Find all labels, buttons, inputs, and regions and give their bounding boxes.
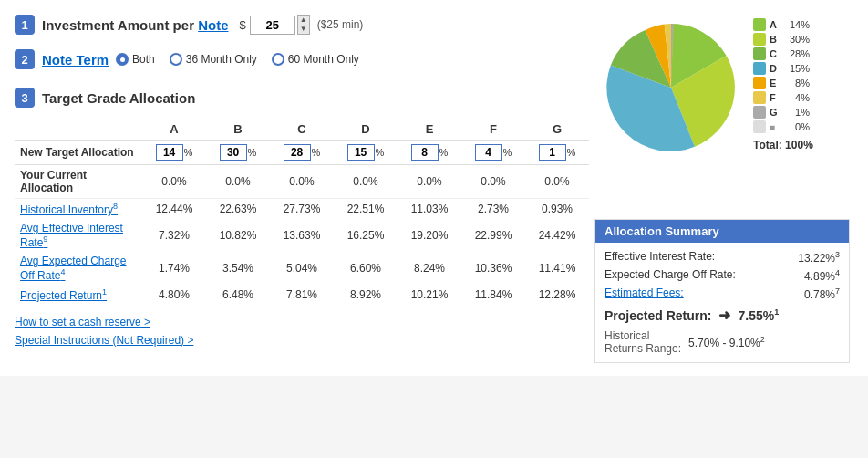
charge-off-rate-row: Expected Charge Off Rate: 4.89%4 <box>604 268 840 283</box>
pie-section: A 14% B 30% C 28% D 15% <box>598 15 853 161</box>
hist-F: 2.73% <box>461 199 525 220</box>
hist-C: 27.73% <box>270 199 334 220</box>
avg-interest-row: Avg Effective Interest Rate9 7.32% 10.82… <box>15 219 589 252</box>
effective-rate-row: Effective Interest Rate: 13.22%3 <box>604 250 840 265</box>
dollar-sign: $ <box>239 18 245 32</box>
legend-pct-G: 1% <box>784 107 810 118</box>
hist-B: 22.63% <box>206 199 270 220</box>
table-header-empty <box>15 119 142 141</box>
avg-int-D: 16.25% <box>334 219 398 252</box>
legend-pct-C: 28% <box>784 48 810 59</box>
legend-G: G 1% <box>753 106 813 119</box>
co-G: 11.41% <box>525 252 589 285</box>
grade-input-D[interactable] <box>347 144 375 161</box>
legend-color-F <box>753 91 766 104</box>
fees-row: Estimated Fees: 0.78%7 <box>604 286 840 301</box>
avg-interest-link[interactable]: Avg Effective Interest Rate9 <box>20 222 123 249</box>
legend-pct-E: 8% <box>784 78 810 88</box>
grade-input-A[interactable] <box>156 144 183 161</box>
legend-pct-D: 15% <box>784 63 810 74</box>
legend-pct-A: 14% <box>784 19 810 30</box>
current-G: 0.0% <box>525 165 589 199</box>
avg-int-E: 19.20% <box>398 219 461 252</box>
pct-E: % <box>439 147 449 158</box>
grade-input-G[interactable] <box>539 144 566 161</box>
radio-36month[interactable]: 36 Month Only <box>170 53 257 66</box>
term-radio-group: Both 36 Month Only 60 Month Only <box>116 53 359 66</box>
returns-range-val: 5.70% - 9.10%2 <box>688 335 765 349</box>
pct-D: % <box>376 147 385 158</box>
amount-spinner[interactable]: ▲ ▼ <box>297 15 310 35</box>
pr-D: 8.92% <box>334 285 398 305</box>
grade-input-C[interactable] <box>284 144 311 161</box>
pr-A: 4.80% <box>142 285 206 305</box>
pie-chart <box>598 15 744 161</box>
grade-header-A: A <box>142 119 206 141</box>
new-target-B: % <box>206 141 270 165</box>
pr-G: 12.28% <box>525 285 589 305</box>
note-link[interactable]: Note <box>198 17 228 33</box>
cash-reserve-link[interactable]: How to set a cash reserve > <box>15 316 589 328</box>
radio-36month-indicator <box>170 53 182 66</box>
radio-36month-label: 36 Month Only <box>186 53 257 66</box>
hist-E: 11.03% <box>398 199 461 220</box>
returns-range-label: HistoricalReturns Range: <box>604 329 681 355</box>
radio-60month[interactable]: 60 Month Only <box>272 53 359 66</box>
pr-E: 10.21% <box>398 285 461 305</box>
avg-int-C: 13.63% <box>270 219 334 252</box>
legend-pct-F: 4% <box>784 92 810 103</box>
charge-off-row: Avg Expected Charge Off Rate4 1.74% 3.54… <box>15 252 589 285</box>
section3-title: Target Grade Allocation <box>42 90 195 106</box>
legend-grade-B: B <box>770 34 780 45</box>
charge-off-link[interactable]: Avg Expected Charge Off Rate4 <box>20 255 127 282</box>
amount-input[interactable] <box>250 16 295 35</box>
hist-D: 22.51% <box>334 199 398 220</box>
grade-input-B[interactable] <box>220 144 247 161</box>
historical-link[interactable]: Historical Inventory8 <box>20 203 118 216</box>
co-C: 5.04% <box>270 252 334 285</box>
pct-B: % <box>248 147 257 158</box>
new-target-row: New Target Allocation % % <box>15 141 589 165</box>
pr-C: 7.81% <box>270 285 334 305</box>
legend-grade-H: ■ <box>770 122 780 132</box>
section2-num: 2 <box>15 49 35 69</box>
grade-header-D: D <box>334 119 398 141</box>
current-A: 0.0% <box>142 165 206 199</box>
current-D: 0.0% <box>334 165 398 199</box>
section3-num: 3 <box>15 88 35 108</box>
pr-B: 6.48% <box>206 285 270 305</box>
special-instructions-link[interactable]: Special Instructions (Not Required) > <box>15 334 589 347</box>
legend-grade-D: D <box>770 63 780 74</box>
radio-both[interactable]: Both <box>116 53 155 66</box>
legend-color-D <box>753 62 766 75</box>
projected-return-summary-label: Projected Return: <box>604 308 711 323</box>
arrow-right-icon: ➜ <box>718 307 730 324</box>
legend-H: ■ 0% <box>753 120 813 133</box>
legend-A: A 14% <box>753 18 813 31</box>
co-F: 10.36% <box>461 252 525 285</box>
grade-header-B: B <box>206 119 270 141</box>
note-term-link[interactable]: Note Term <box>42 52 108 68</box>
grade-input-F[interactable] <box>475 144 502 161</box>
section1-title: Investment Amount per Note <box>42 17 228 33</box>
legend-color-C <box>753 47 766 60</box>
summary-body: Effective Interest Rate: 13.22%3 Expecte… <box>595 243 849 362</box>
projected-return-link[interactable]: Projected Return1 <box>20 289 107 302</box>
avg-int-A: 7.32% <box>142 219 206 252</box>
legend-color-A <box>753 18 766 31</box>
legend-grade-G: G <box>770 107 780 118</box>
fees-link[interactable]: Estimated Fees: <box>604 286 684 301</box>
current-F: 0.0% <box>461 165 525 199</box>
legend-pct-H: 0% <box>784 121 810 132</box>
historical-row: Historical Inventory8 12.44% 22.63% 27.7… <box>15 199 589 220</box>
current-allocation-row: Your Current Allocation 0.0% 0.0% 0.0% 0… <box>15 165 589 199</box>
grade-input-E[interactable] <box>411 144 439 161</box>
legend-B: B 30% <box>753 33 813 46</box>
avg-int-F: 22.99% <box>461 219 525 252</box>
new-target-D: % <box>334 141 398 165</box>
co-B: 3.54% <box>206 252 270 285</box>
legend-D: D 15% <box>753 62 813 75</box>
new-target-G: % <box>525 141 589 165</box>
radio-both-label: Both <box>132 53 155 66</box>
min-text: ($25 min) <box>317 18 364 31</box>
